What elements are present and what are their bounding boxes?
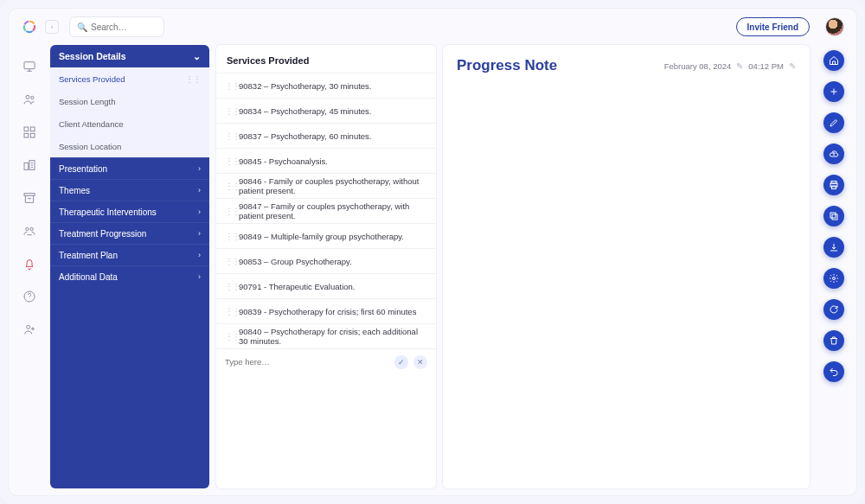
app-logo bbox=[21, 18, 38, 35]
drag-grip-icon[interactable]: ⋮⋮ bbox=[225, 282, 234, 291]
home-icon[interactable] bbox=[823, 50, 844, 71]
chevron-down-icon: ⌄ bbox=[193, 51, 201, 61]
drag-grip-icon[interactable]: ⋮⋮ bbox=[225, 182, 234, 191]
service-add-input[interactable] bbox=[225, 357, 389, 367]
note-title: Progress Note bbox=[457, 57, 557, 74]
copy-icon[interactable] bbox=[823, 206, 844, 226]
svg-rect-4 bbox=[24, 127, 29, 131]
nav-section-label: Therapeutic Interventions bbox=[59, 207, 157, 217]
service-item[interactable]: ⋮⋮90845 - Psychoanalysis. bbox=[216, 148, 436, 173]
services-title: Services Provided bbox=[216, 45, 436, 73]
drag-grip-icon[interactable]: ⋮⋮ bbox=[225, 207, 234, 216]
drag-grip-icon[interactable]: ⋮⋮ bbox=[225, 81, 234, 91]
svg-point-2 bbox=[26, 95, 29, 99]
nav-section[interactable]: Themes› bbox=[50, 179, 209, 201]
nav-section[interactable]: Treatment Progression› bbox=[50, 222, 209, 244]
note-time: 04:12 PM bbox=[748, 61, 784, 71]
edit-date-icon[interactable]: ✎ bbox=[736, 61, 743, 71]
nav-sub-item[interactable]: Client Attendance bbox=[50, 112, 209, 135]
chevron-right-icon: › bbox=[198, 186, 201, 195]
search-input[interactable] bbox=[91, 22, 157, 32]
nav-sub-label: Session Location bbox=[59, 142, 121, 151]
service-label: 90840 – Psychotherapy for crisis; each a… bbox=[239, 327, 427, 346]
cloud-upload-icon[interactable] bbox=[823, 144, 844, 164]
bell-icon[interactable] bbox=[22, 256, 37, 271]
printer-icon[interactable] bbox=[823, 175, 844, 195]
svg-rect-5 bbox=[30, 127, 35, 131]
edit-time-icon[interactable]: ✎ bbox=[789, 61, 796, 71]
refresh-icon[interactable] bbox=[823, 299, 844, 320]
drag-grip-icon[interactable]: ⋮⋮ bbox=[225, 257, 234, 266]
svg-rect-8 bbox=[24, 163, 29, 169]
nav-sub-label: Services Provided bbox=[59, 74, 125, 84]
chevron-right-icon: › bbox=[198, 229, 201, 238]
drag-grip-icon[interactable]: ⋮⋮ bbox=[225, 332, 234, 341]
cancel-add-button[interactable]: ✕ bbox=[413, 355, 427, 369]
progress-note-panel: Progress Note February 08, 2024 ✎ 04:12 … bbox=[443, 45, 810, 488]
service-item[interactable]: ⋮⋮90839 - Psychotherapy for crisis; firs… bbox=[216, 298, 436, 323]
nav-sub-item[interactable]: Session Length bbox=[50, 90, 209, 112]
drag-grip-icon[interactable]: ⋮⋮ bbox=[225, 307, 234, 316]
services-panel: Services Provided ⋮⋮90832 – Psychotherap… bbox=[216, 45, 436, 488]
buildings-icon[interactable] bbox=[22, 157, 37, 173]
grid-icon[interactable] bbox=[22, 124, 37, 140]
drag-grip-icon[interactable]: ⋮⋮ bbox=[225, 232, 234, 241]
svg-point-14 bbox=[27, 325, 30, 329]
service-item[interactable]: ⋮⋮90846 - Family or couples psychotherap… bbox=[216, 173, 436, 198]
drag-grip-icon[interactable]: ⋮⋮ bbox=[225, 156, 234, 166]
service-item[interactable]: ⋮⋮90853 – Group Psychotherapy. bbox=[216, 248, 436, 273]
service-item[interactable]: ⋮⋮90840 – Psychotherapy for crisis; each… bbox=[216, 323, 436, 348]
confirm-add-button[interactable]: ✓ bbox=[394, 355, 408, 369]
trash-icon[interactable] bbox=[823, 330, 844, 351]
collapse-sidebar-button[interactable]: › bbox=[45, 20, 59, 34]
nav-section[interactable]: Therapeutic Interventions› bbox=[50, 201, 209, 222]
nav-section[interactable]: Treatment Plan› bbox=[50, 244, 209, 265]
service-item[interactable]: ⋮⋮90837 – Psychotherapy, 60 minutes. bbox=[216, 123, 436, 148]
archive-icon[interactable] bbox=[22, 190, 37, 206]
chevron-right-icon: › bbox=[198, 207, 201, 216]
service-item[interactable]: ⋮⋮90847 – Family or couples psychotherap… bbox=[216, 198, 436, 223]
avatar[interactable] bbox=[825, 17, 844, 36]
monitor-icon[interactable] bbox=[22, 59, 37, 74]
service-label: 90846 - Family or couples psychotherapy,… bbox=[239, 176, 427, 195]
nav-section-label: Treatment Plan bbox=[59, 251, 118, 260]
service-label: 90839 - Psychotherapy for crisis; first … bbox=[239, 307, 416, 316]
nav-section-label: Themes bbox=[59, 186, 90, 195]
search-icon: 🔍 bbox=[77, 22, 87, 32]
download-icon[interactable] bbox=[823, 237, 844, 258]
pencil-icon[interactable] bbox=[823, 112, 844, 133]
service-item[interactable]: ⋮⋮90791 - Therapeutic Evaluation. bbox=[216, 273, 436, 298]
chevron-right-icon: › bbox=[198, 272, 201, 281]
nav-sub-item[interactable]: Session Location bbox=[50, 135, 209, 157]
nav-section[interactable]: Additional Data› bbox=[50, 265, 209, 287]
nav-sub-label: Session Length bbox=[59, 97, 116, 106]
invite-friend-button[interactable]: Invite Friend bbox=[736, 17, 810, 36]
service-label: 90853 – Group Psychotherapy. bbox=[239, 257, 352, 266]
service-label: 90849 – Multiple-family group psychother… bbox=[239, 232, 404, 241]
nav-section-label: Presentation bbox=[59, 164, 107, 174]
nav-section-label: Session Details bbox=[59, 51, 126, 61]
note-date: February 08, 2024 bbox=[664, 61, 732, 71]
plus-icon[interactable] bbox=[823, 81, 844, 102]
global-search[interactable]: 🔍 bbox=[69, 16, 164, 37]
chevron-right-icon: › bbox=[198, 251, 201, 259]
service-label: 90791 - Therapeutic Evaluation. bbox=[239, 282, 356, 291]
help-icon[interactable] bbox=[22, 289, 37, 304]
session-nav-panel: Session Details ⌄ Services Provided⋮⋮Ses… bbox=[50, 45, 209, 488]
nav-section-session-details[interactable]: Session Details ⌄ bbox=[50, 45, 209, 67]
drag-grip-icon[interactable]: ⋮⋮ bbox=[225, 106, 234, 116]
undo-icon[interactable] bbox=[823, 361, 844, 382]
service-item[interactable]: ⋮⋮90834 – Psychotherapy, 45 minutes. bbox=[216, 98, 436, 123]
group-icon[interactable] bbox=[22, 223, 37, 239]
drag-grip-icon[interactable]: ⋮⋮ bbox=[185, 74, 201, 84]
svg-point-20 bbox=[833, 278, 836, 280]
service-item[interactable]: ⋮⋮90849 – Multiple-family group psychoth… bbox=[216, 223, 436, 248]
add-user-icon[interactable] bbox=[22, 322, 37, 337]
users-icon[interactable] bbox=[22, 92, 37, 107]
nav-sub-item[interactable]: Services Provided⋮⋮ bbox=[50, 67, 209, 90]
nav-section[interactable]: Presentation› bbox=[50, 157, 209, 179]
drag-grip-icon[interactable]: ⋮⋮ bbox=[225, 131, 234, 141]
service-item[interactable]: ⋮⋮90832 – Psychotherapy, 30 minutes. bbox=[216, 73, 436, 98]
svg-rect-18 bbox=[832, 214, 837, 220]
gear-icon[interactable] bbox=[823, 268, 844, 289]
